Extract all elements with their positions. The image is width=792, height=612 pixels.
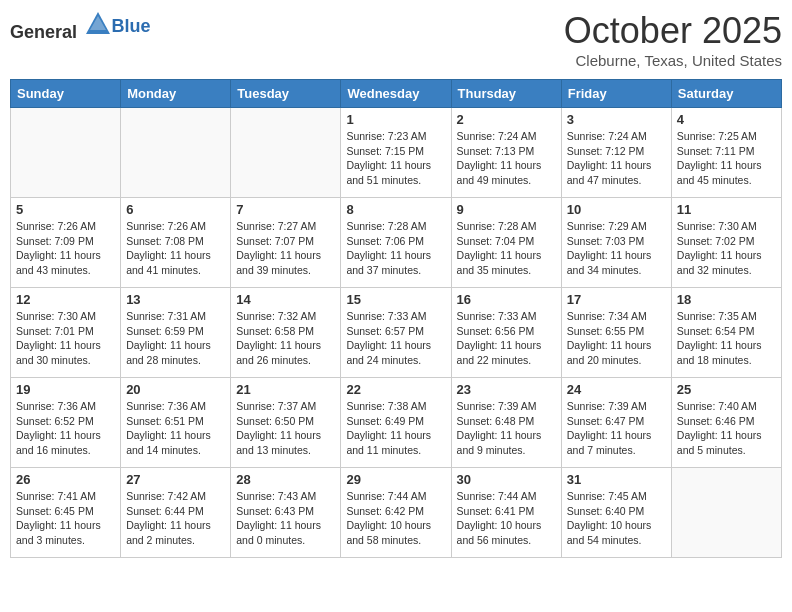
day-info: Sunrise: 7:30 AM Sunset: 7:01 PM Dayligh… xyxy=(16,309,115,368)
calendar-cell: 2Sunrise: 7:24 AM Sunset: 7:13 PM Daylig… xyxy=(451,108,561,198)
calendar-cell: 31Sunrise: 7:45 AM Sunset: 6:40 PM Dayli… xyxy=(561,468,671,558)
calendar-cell xyxy=(671,468,781,558)
day-info: Sunrise: 7:24 AM Sunset: 7:12 PM Dayligh… xyxy=(567,129,666,188)
calendar-cell: 8Sunrise: 7:28 AM Sunset: 7:06 PM Daylig… xyxy=(341,198,451,288)
weekday-header-tuesday: Tuesday xyxy=(231,80,341,108)
week-row-3: 12Sunrise: 7:30 AM Sunset: 7:01 PM Dayli… xyxy=(11,288,782,378)
calendar-cell: 29Sunrise: 7:44 AM Sunset: 6:42 PM Dayli… xyxy=(341,468,451,558)
calendar-cell: 23Sunrise: 7:39 AM Sunset: 6:48 PM Dayli… xyxy=(451,378,561,468)
day-number: 25 xyxy=(677,382,776,397)
day-number: 8 xyxy=(346,202,445,217)
calendar-cell: 15Sunrise: 7:33 AM Sunset: 6:57 PM Dayli… xyxy=(341,288,451,378)
calendar-cell: 27Sunrise: 7:42 AM Sunset: 6:44 PM Dayli… xyxy=(121,468,231,558)
calendar-cell: 19Sunrise: 7:36 AM Sunset: 6:52 PM Dayli… xyxy=(11,378,121,468)
page-header: General Blue October 2025 Cleburne, Texa… xyxy=(10,10,782,69)
day-number: 15 xyxy=(346,292,445,307)
calendar-cell xyxy=(121,108,231,198)
day-number: 20 xyxy=(126,382,225,397)
day-info: Sunrise: 7:32 AM Sunset: 6:58 PM Dayligh… xyxy=(236,309,335,368)
day-info: Sunrise: 7:43 AM Sunset: 6:43 PM Dayligh… xyxy=(236,489,335,548)
calendar-cell xyxy=(11,108,121,198)
calendar-cell: 6Sunrise: 7:26 AM Sunset: 7:08 PM Daylig… xyxy=(121,198,231,288)
calendar-cell: 14Sunrise: 7:32 AM Sunset: 6:58 PM Dayli… xyxy=(231,288,341,378)
day-number: 12 xyxy=(16,292,115,307)
day-info: Sunrise: 7:34 AM Sunset: 6:55 PM Dayligh… xyxy=(567,309,666,368)
day-info: Sunrise: 7:41 AM Sunset: 6:45 PM Dayligh… xyxy=(16,489,115,548)
calendar-cell: 18Sunrise: 7:35 AM Sunset: 6:54 PM Dayli… xyxy=(671,288,781,378)
location-subtitle: Cleburne, Texas, United States xyxy=(564,52,782,69)
weekday-header-row: SundayMondayTuesdayWednesdayThursdayFrid… xyxy=(11,80,782,108)
week-row-2: 5Sunrise: 7:26 AM Sunset: 7:09 PM Daylig… xyxy=(11,198,782,288)
day-number: 11 xyxy=(677,202,776,217)
day-info: Sunrise: 7:27 AM Sunset: 7:07 PM Dayligh… xyxy=(236,219,335,278)
calendar-cell: 5Sunrise: 7:26 AM Sunset: 7:09 PM Daylig… xyxy=(11,198,121,288)
calendar-cell: 21Sunrise: 7:37 AM Sunset: 6:50 PM Dayli… xyxy=(231,378,341,468)
week-row-1: 1Sunrise: 7:23 AM Sunset: 7:15 PM Daylig… xyxy=(11,108,782,198)
calendar-cell: 25Sunrise: 7:40 AM Sunset: 6:46 PM Dayli… xyxy=(671,378,781,468)
day-info: Sunrise: 7:30 AM Sunset: 7:02 PM Dayligh… xyxy=(677,219,776,278)
day-info: Sunrise: 7:44 AM Sunset: 6:41 PM Dayligh… xyxy=(457,489,556,548)
calendar-cell: 24Sunrise: 7:39 AM Sunset: 6:47 PM Dayli… xyxy=(561,378,671,468)
day-number: 16 xyxy=(457,292,556,307)
logo-blue: Blue xyxy=(112,16,151,36)
day-info: Sunrise: 7:31 AM Sunset: 6:59 PM Dayligh… xyxy=(126,309,225,368)
day-info: Sunrise: 7:24 AM Sunset: 7:13 PM Dayligh… xyxy=(457,129,556,188)
day-info: Sunrise: 7:26 AM Sunset: 7:08 PM Dayligh… xyxy=(126,219,225,278)
weekday-header-saturday: Saturday xyxy=(671,80,781,108)
calendar-cell: 20Sunrise: 7:36 AM Sunset: 6:51 PM Dayli… xyxy=(121,378,231,468)
day-info: Sunrise: 7:23 AM Sunset: 7:15 PM Dayligh… xyxy=(346,129,445,188)
calendar-table: SundayMondayTuesdayWednesdayThursdayFrid… xyxy=(10,79,782,558)
calendar-cell: 12Sunrise: 7:30 AM Sunset: 7:01 PM Dayli… xyxy=(11,288,121,378)
day-number: 10 xyxy=(567,202,666,217)
weekday-header-monday: Monday xyxy=(121,80,231,108)
day-number: 9 xyxy=(457,202,556,217)
calendar-cell: 13Sunrise: 7:31 AM Sunset: 6:59 PM Dayli… xyxy=(121,288,231,378)
calendar-cell xyxy=(231,108,341,198)
month-title: October 2025 xyxy=(564,10,782,52)
day-info: Sunrise: 7:45 AM Sunset: 6:40 PM Dayligh… xyxy=(567,489,666,548)
day-info: Sunrise: 7:36 AM Sunset: 6:52 PM Dayligh… xyxy=(16,399,115,458)
day-info: Sunrise: 7:44 AM Sunset: 6:42 PM Dayligh… xyxy=(346,489,445,548)
title-block: October 2025 Cleburne, Texas, United Sta… xyxy=(564,10,782,69)
calendar-cell: 1Sunrise: 7:23 AM Sunset: 7:15 PM Daylig… xyxy=(341,108,451,198)
day-number: 27 xyxy=(126,472,225,487)
day-info: Sunrise: 7:40 AM Sunset: 6:46 PM Dayligh… xyxy=(677,399,776,458)
calendar-cell: 7Sunrise: 7:27 AM Sunset: 7:07 PM Daylig… xyxy=(231,198,341,288)
logo-general: General xyxy=(10,22,77,42)
day-number: 14 xyxy=(236,292,335,307)
day-info: Sunrise: 7:35 AM Sunset: 6:54 PM Dayligh… xyxy=(677,309,776,368)
day-number: 19 xyxy=(16,382,115,397)
day-number: 5 xyxy=(16,202,115,217)
day-number: 24 xyxy=(567,382,666,397)
day-number: 18 xyxy=(677,292,776,307)
day-number: 1 xyxy=(346,112,445,127)
day-number: 17 xyxy=(567,292,666,307)
weekday-header-friday: Friday xyxy=(561,80,671,108)
calendar-cell: 3Sunrise: 7:24 AM Sunset: 7:12 PM Daylig… xyxy=(561,108,671,198)
day-info: Sunrise: 7:29 AM Sunset: 7:03 PM Dayligh… xyxy=(567,219,666,278)
day-info: Sunrise: 7:28 AM Sunset: 7:06 PM Dayligh… xyxy=(346,219,445,278)
day-info: Sunrise: 7:38 AM Sunset: 6:49 PM Dayligh… xyxy=(346,399,445,458)
day-number: 23 xyxy=(457,382,556,397)
calendar-cell: 17Sunrise: 7:34 AM Sunset: 6:55 PM Dayli… xyxy=(561,288,671,378)
day-info: Sunrise: 7:26 AM Sunset: 7:09 PM Dayligh… xyxy=(16,219,115,278)
week-row-4: 19Sunrise: 7:36 AM Sunset: 6:52 PM Dayli… xyxy=(11,378,782,468)
weekday-header-thursday: Thursday xyxy=(451,80,561,108)
calendar-cell: 30Sunrise: 7:44 AM Sunset: 6:41 PM Dayli… xyxy=(451,468,561,558)
day-info: Sunrise: 7:37 AM Sunset: 6:50 PM Dayligh… xyxy=(236,399,335,458)
day-info: Sunrise: 7:33 AM Sunset: 6:57 PM Dayligh… xyxy=(346,309,445,368)
day-number: 4 xyxy=(677,112,776,127)
day-number: 2 xyxy=(457,112,556,127)
calendar-cell: 22Sunrise: 7:38 AM Sunset: 6:49 PM Dayli… xyxy=(341,378,451,468)
day-number: 31 xyxy=(567,472,666,487)
day-number: 6 xyxy=(126,202,225,217)
day-info: Sunrise: 7:42 AM Sunset: 6:44 PM Dayligh… xyxy=(126,489,225,548)
day-info: Sunrise: 7:36 AM Sunset: 6:51 PM Dayligh… xyxy=(126,399,225,458)
calendar-cell: 4Sunrise: 7:25 AM Sunset: 7:11 PM Daylig… xyxy=(671,108,781,198)
day-info: Sunrise: 7:25 AM Sunset: 7:11 PM Dayligh… xyxy=(677,129,776,188)
day-number: 26 xyxy=(16,472,115,487)
weekday-header-wednesday: Wednesday xyxy=(341,80,451,108)
day-number: 30 xyxy=(457,472,556,487)
day-number: 3 xyxy=(567,112,666,127)
calendar-cell: 9Sunrise: 7:28 AM Sunset: 7:04 PM Daylig… xyxy=(451,198,561,288)
